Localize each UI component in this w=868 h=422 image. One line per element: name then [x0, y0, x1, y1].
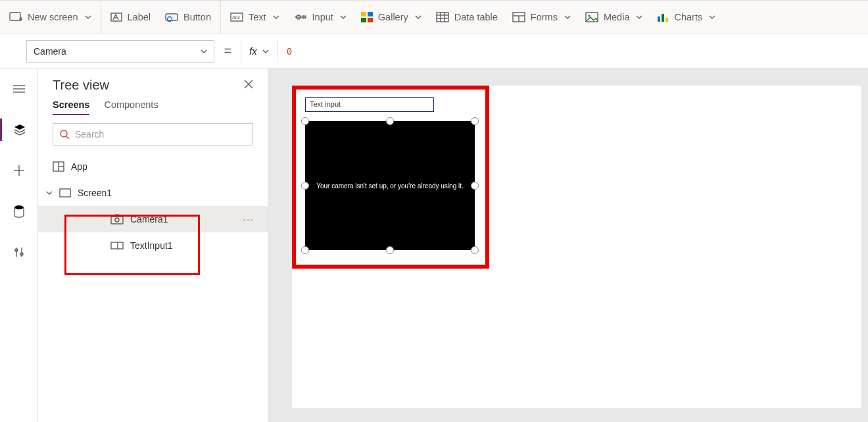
data-table-button[interactable]: Data table: [436, 12, 498, 22]
charts-label: Charts: [674, 12, 702, 22]
property-name: Camera: [34, 46, 66, 57]
svg-rect-13: [368, 12, 373, 16]
svg-point-25: [588, 14, 590, 16]
svg-rect-47: [60, 189, 70, 197]
chevron-down-icon: [262, 48, 269, 55]
app-icon: [53, 161, 64, 172]
svg-point-49: [115, 218, 119, 222]
svg-rect-0: [10, 13, 20, 20]
tree-view-rail-button[interactable]: [0, 119, 38, 141]
chevron-down-icon: [46, 190, 53, 196]
resize-handle[interactable]: [301, 117, 309, 125]
svg-rect-28: [665, 18, 668, 22]
screen-icon: [59, 188, 71, 198]
formula-value[interactable]: 0: [277, 46, 292, 57]
equals-sign: =: [214, 43, 241, 59]
label-label: Label: [128, 12, 151, 22]
more-button[interactable]: ···: [243, 214, 254, 224]
tree-search-input[interactable]: Search: [53, 123, 253, 145]
svg-rect-27: [662, 14, 664, 22]
button-button[interactable]: Button: [165, 12, 211, 22]
resize-handle[interactable]: [471, 246, 479, 254]
camera-icon: [110, 214, 124, 224]
tree-label: Screen1: [78, 188, 112, 198]
media-dropdown[interactable]: Media: [585, 12, 643, 22]
new-screen-label: New screen: [28, 12, 78, 22]
button-icon: [165, 12, 178, 22]
svg-rect-16: [437, 13, 448, 22]
textinput-value: Text input: [310, 100, 341, 108]
resize-handle[interactable]: [301, 246, 309, 254]
camera-control[interactable]: Your camera isn't set up, or you're alre…: [305, 121, 475, 250]
search-placeholder: Search: [75, 129, 104, 140]
textinput-control[interactable]: Text input: [305, 97, 434, 112]
charts-icon: [657, 12, 669, 22]
data-table-icon: [436, 12, 449, 22]
tree-label: App: [71, 161, 87, 172]
text-label: Text: [249, 12, 266, 22]
gallery-icon: [361, 12, 373, 22]
text-icon: Abc: [230, 13, 243, 22]
resize-handle[interactable]: [471, 182, 479, 190]
text-dropdown[interactable]: Abc Text: [230, 12, 279, 22]
tab-screens[interactable]: Screens: [53, 99, 89, 115]
svg-rect-50: [111, 242, 123, 249]
input-dropdown[interactable]: Input: [294, 12, 347, 22]
gallery-dropdown[interactable]: Gallery: [361, 12, 422, 22]
fx-toggle[interactable]: fx: [241, 40, 277, 63]
tree-node-textinput1[interactable]: TextInput1: [38, 232, 268, 259]
input-icon: [294, 13, 307, 22]
resize-handle[interactable]: [471, 117, 479, 125]
tools-rail-button[interactable]: [0, 241, 38, 263]
svg-point-35: [14, 205, 24, 209]
charts-dropdown[interactable]: Charts: [657, 12, 715, 22]
forms-label: Forms: [531, 12, 558, 22]
resize-handle[interactable]: [386, 246, 394, 254]
media-icon: [585, 12, 598, 22]
property-dropdown[interactable]: Camera: [26, 40, 214, 63]
svg-rect-26: [658, 16, 660, 22]
formula-bar: Camera = fx 0: [0, 34, 868, 68]
canvas-screen[interactable]: Text input Your camera isn't set up, or …: [292, 86, 861, 408]
tree: App Screen1 Camera1 ··· TextInput1: [38, 153, 268, 259]
new-screen-button[interactable]: New screen: [9, 12, 91, 22]
canvas-area: Text input Your camera isn't set up, or …: [268, 68, 868, 422]
tree-view-panel: Tree view Screens Components Search App …: [38, 68, 268, 422]
resize-handle[interactable]: [301, 182, 309, 190]
svg-line-43: [66, 136, 69, 139]
chevron-down-icon: [636, 14, 642, 20]
svg-rect-15: [368, 18, 373, 22]
hamburger-button[interactable]: [0, 78, 38, 100]
media-label: Media: [604, 12, 630, 22]
svg-marker-32: [14, 124, 25, 130]
screen-plus-icon: [9, 12, 22, 22]
tree-node-screen1[interactable]: Screen1: [38, 180, 268, 206]
data-rail-button[interactable]: [0, 200, 38, 223]
tab-components[interactable]: Components: [104, 99, 158, 115]
text-input-icon: [110, 242, 124, 250]
svg-rect-12: [361, 12, 366, 16]
label-icon: [110, 12, 122, 22]
chevron-down-icon: [85, 14, 91, 20]
gallery-label: Gallery: [378, 12, 408, 22]
input-label: Input: [312, 12, 333, 22]
chevron-down-icon: [564, 14, 571, 20]
data-table-label: Data table: [454, 12, 498, 22]
resize-handle[interactable]: [386, 117, 394, 125]
fx-label: fx: [249, 45, 257, 57]
tree-node-app[interactable]: App: [38, 153, 268, 180]
chevron-down-icon: [709, 14, 715, 20]
camera-message: Your camera isn't set up, or you're alre…: [316, 182, 464, 190]
left-rail: [0, 68, 38, 422]
insert-rail-button[interactable]: [0, 159, 38, 182]
chevron-down-icon: [201, 48, 207, 55]
svg-rect-3: [111, 13, 122, 21]
close-panel-button[interactable]: [244, 80, 253, 92]
label-button[interactable]: Label: [110, 12, 151, 22]
svg-rect-14: [361, 18, 366, 22]
tree-label: TextInput1: [130, 240, 173, 251]
button-label: Button: [183, 12, 211, 22]
tree-node-camera1[interactable]: Camera1 ···: [38, 206, 268, 232]
forms-dropdown[interactable]: Forms: [512, 12, 571, 22]
tree-label: Camera1: [130, 214, 168, 224]
